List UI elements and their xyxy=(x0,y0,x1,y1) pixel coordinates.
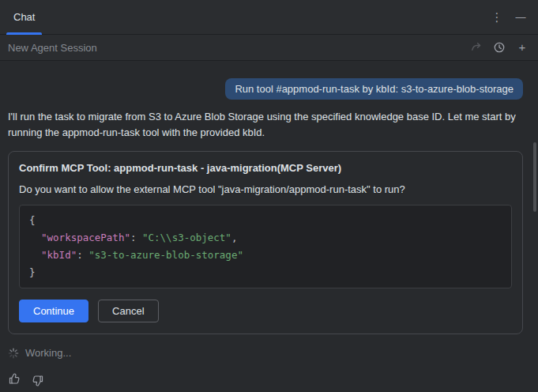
new-session-plus-icon[interactable]: + xyxy=(516,41,529,54)
code-key-kbid: "kbId" xyxy=(41,249,77,261)
code-value-workspacepath: "C:\\s3-object" xyxy=(142,232,231,243)
status-row: Working... xyxy=(8,347,523,359)
user-message-text: Run tool #appmod-run-task by kbId: s3-to… xyxy=(235,83,514,95)
tab-chat[interactable]: Chat xyxy=(6,0,42,34)
confirm-question: Do you want to allow the external MCP to… xyxy=(19,183,512,195)
history-clock-icon[interactable] xyxy=(493,41,506,54)
code-comma: , xyxy=(231,232,238,243)
titlebar: Chat ⋮ — xyxy=(0,0,538,35)
feedback-row xyxy=(8,372,44,387)
spinner-icon xyxy=(8,348,19,359)
thumbs-down-icon[interactable] xyxy=(32,372,44,387)
code-line: } xyxy=(29,264,502,281)
more-options-icon[interactable]: ⋮ xyxy=(491,11,503,24)
code-line: { xyxy=(29,212,502,229)
scrollbar-thumb[interactable] xyxy=(533,142,536,212)
code-line: "kbId": "s3-to-azure-blob-storage" xyxy=(29,247,502,264)
confirm-card-title: Confirm MCP Tool: appmod-run-task - java… xyxy=(19,162,512,174)
session-actions: + xyxy=(470,41,529,54)
titlebar-actions: ⋮ — xyxy=(491,0,538,34)
confirm-actions: Continue Cancel xyxy=(19,300,512,322)
chat-area: Run tool #appmod-run-task by kbId: s3-to… xyxy=(0,61,538,392)
code-close-brace: } xyxy=(29,266,36,278)
code-value-kbid: "s3-to-azure-blob-storage" xyxy=(88,249,243,261)
session-title: New Agent Session xyxy=(8,42,97,54)
tool-args-code-block: { "workspacePath": "C:\\s3-object", "kbI… xyxy=(19,205,512,288)
tab-chat-label: Chat xyxy=(13,11,35,23)
chat-tool-window: Chat ⋮ — New Agent Session + xyxy=(0,0,538,392)
assistant-message: I'll run the task to migrate from S3 to … xyxy=(8,109,523,140)
user-message-row: Run tool #appmod-run-task by kbId: s3-to… xyxy=(8,78,523,100)
cancel-button[interactable]: Cancel xyxy=(98,300,158,322)
code-key-workspacepath: "workspacePath" xyxy=(41,232,130,243)
status-text: Working... xyxy=(25,347,71,359)
redo-arrow-icon[interactable] xyxy=(470,41,483,54)
session-bar: New Agent Session + xyxy=(0,35,538,61)
minimize-icon[interactable]: — xyxy=(514,11,527,24)
thumbs-up-icon[interactable] xyxy=(8,372,21,387)
continue-button[interactable]: Continue xyxy=(19,300,88,322)
code-open-brace: { xyxy=(29,214,36,226)
code-line: "workspacePath": "C:\\s3-object", xyxy=(29,229,502,247)
user-message-bubble: Run tool #appmod-run-task by kbId: s3-to… xyxy=(225,78,523,100)
code-colon: : xyxy=(130,232,142,243)
mcp-confirm-card: Confirm MCP Tool: appmod-run-task - java… xyxy=(8,151,523,334)
code-colon: : xyxy=(77,249,88,261)
